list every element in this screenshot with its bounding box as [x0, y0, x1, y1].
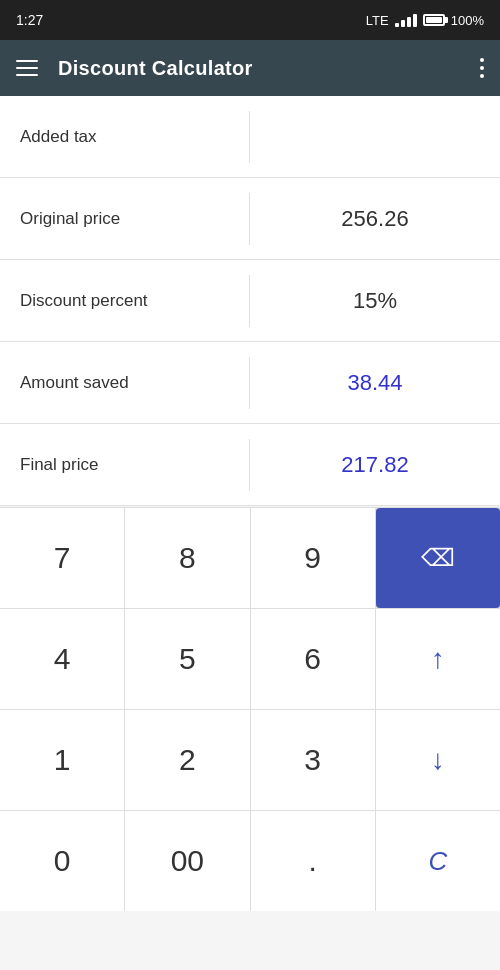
up-arrow-icon: ↑: [431, 643, 445, 675]
key-0[interactable]: 0: [0, 811, 124, 911]
status-right: LTE 100%: [366, 13, 484, 28]
original-price-label: Original price: [0, 193, 250, 245]
network-label: LTE: [366, 13, 389, 28]
status-time: 1:27: [16, 12, 43, 28]
key-9[interactable]: 9: [251, 508, 375, 608]
key-up[interactable]: ↑: [376, 609, 500, 709]
status-bar: 1:27 LTE 100%: [0, 0, 500, 40]
key-6[interactable]: 6: [251, 609, 375, 709]
key-decimal[interactable]: .: [251, 811, 375, 911]
key-7[interactable]: 7: [0, 508, 124, 608]
battery-label: 100%: [451, 13, 484, 28]
battery-icon: [423, 14, 445, 26]
row-final-price[interactable]: Final price 217.82: [0, 424, 500, 506]
added-tax-label: Added tax: [0, 111, 250, 163]
key-3[interactable]: 3: [251, 710, 375, 810]
added-tax-value: [250, 121, 500, 153]
key-1[interactable]: 1: [0, 710, 124, 810]
key-5[interactable]: 5: [125, 609, 249, 709]
final-price-value: 217.82: [250, 436, 500, 494]
backspace-icon: ⌫: [421, 544, 455, 572]
key-down[interactable]: ↓: [376, 710, 500, 810]
key-2[interactable]: 2: [125, 710, 249, 810]
key-00[interactable]: 00: [125, 811, 249, 911]
hamburger-menu-icon[interactable]: [16, 60, 38, 76]
amount-saved-label: Amount saved: [0, 357, 250, 409]
row-original-price[interactable]: Original price 256.26: [0, 178, 500, 260]
key-backspace[interactable]: ⌫: [376, 508, 500, 608]
keypad: 7 8 9 ⌫ 4 5 6 ↑ 1 2 3 ↓ 0 00 . C: [0, 507, 500, 911]
more-options-icon[interactable]: [480, 58, 484, 78]
signal-icon: [395, 13, 417, 27]
calc-table: Added tax Original price 256.26 Discount…: [0, 96, 500, 506]
app-title: Discount Calculator: [58, 57, 460, 80]
row-added-tax[interactable]: Added tax: [0, 96, 500, 178]
app-bar: Discount Calculator: [0, 40, 500, 96]
discount-percent-value: 15%: [250, 272, 500, 330]
row-amount-saved[interactable]: Amount saved 38.44: [0, 342, 500, 424]
key-clear[interactable]: C: [376, 811, 500, 911]
key-4[interactable]: 4: [0, 609, 124, 709]
clear-icon: C: [428, 846, 447, 877]
discount-percent-label: Discount percent: [0, 275, 250, 327]
key-8[interactable]: 8: [125, 508, 249, 608]
final-price-label: Final price: [0, 439, 250, 491]
row-discount-percent[interactable]: Discount percent 15%: [0, 260, 500, 342]
original-price-value: 256.26: [250, 190, 500, 248]
down-arrow-icon: ↓: [431, 744, 445, 776]
amount-saved-value: 38.44: [250, 354, 500, 412]
